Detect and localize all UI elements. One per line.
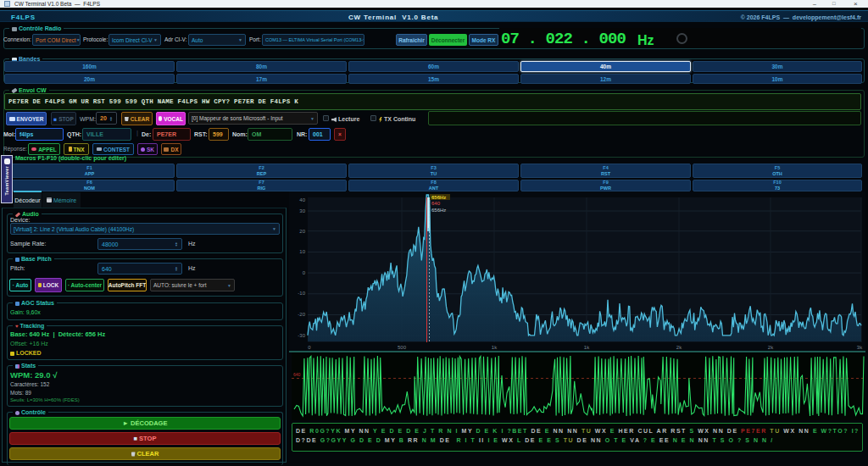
svg-text:1k: 1k [492, 345, 498, 350]
svg-text:656Hz: 656Hz [431, 195, 446, 200]
svg-text:30: 30 [299, 208, 305, 214]
svg-text:2k: 2k [676, 345, 682, 350]
svg-text:3k: 3k [857, 345, 863, 350]
svg-text:-20: -20 [298, 312, 305, 317]
svg-text:0: 0 [303, 270, 306, 275]
svg-text:2k: 2k [768, 345, 774, 350]
svg-text:20: 20 [299, 229, 305, 234]
svg-text:1k: 1k [584, 345, 590, 350]
svg-text:40: 40 [299, 197, 305, 202]
svg-text:0: 0 [308, 345, 311, 350]
svg-text:656Hz: 656Hz [431, 208, 446, 213]
svg-text:500: 500 [398, 345, 407, 350]
svg-text:640: 640 [431, 201, 441, 206]
svg-text:-10: -10 [298, 291, 305, 296]
svg-text:640: 640 [293, 372, 301, 377]
svg-text:-30: -30 [298, 333, 305, 338]
svg-text:10: 10 [299, 249, 305, 254]
